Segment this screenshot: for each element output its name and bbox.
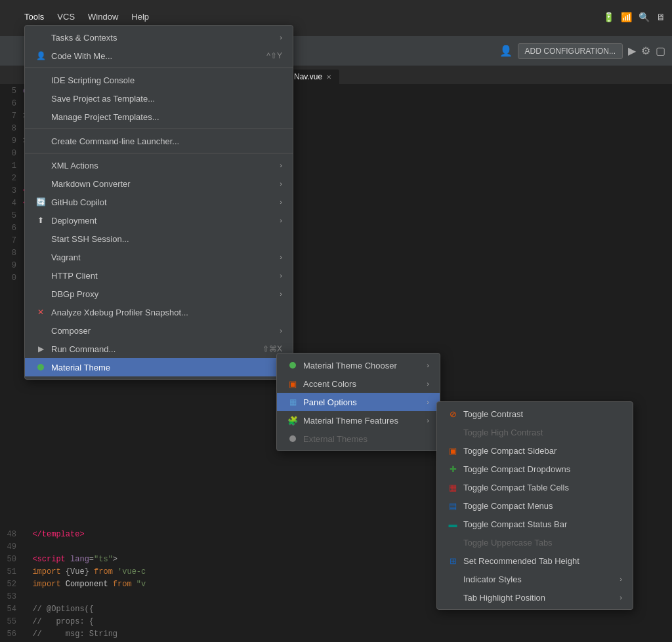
arrow-icon: › xyxy=(427,398,429,406)
uppercase-tabs-icon xyxy=(448,537,458,548)
run-icon[interactable]: ▶ xyxy=(628,45,636,57)
arrow-icon: › xyxy=(620,593,622,601)
code-line: 55 // props: { xyxy=(0,616,672,628)
menu-tools[interactable]: Tools xyxy=(24,12,44,22)
theme-features-icon: 🧩 xyxy=(287,415,298,426)
arrow-icon: › xyxy=(280,290,282,298)
menu-item-toggle-high-contrast: Toggle High Contrast xyxy=(437,423,633,441)
arrow-icon: › xyxy=(280,198,282,206)
arrow-icon: › xyxy=(280,33,282,41)
menu-item-panel-options[interactable]: ▦ Panel Options › xyxy=(277,393,440,411)
menu-item-deployment[interactable]: ⬆ Deployment › xyxy=(25,211,293,230)
menu-item-accent-colors[interactable]: ▣ Accent Colors › xyxy=(277,374,440,393)
menu-item-toggle-contrast[interactable]: ⊘ Toggle Contrast xyxy=(437,405,633,423)
menu-item-theme-chooser[interactable]: Material Theme Chooser › xyxy=(277,356,440,374)
compact-table-cells-icon: ▦ xyxy=(448,482,458,492)
close-tab-icon[interactable]: ✕ xyxy=(326,73,331,81)
menu-item-tasks[interactable]: Tasks & Contexts › xyxy=(25,28,293,47)
tab-height-icon: ⊞ xyxy=(448,555,458,566)
composer-icon xyxy=(35,325,46,336)
wifi-icon: 📶 xyxy=(621,12,632,22)
menu-item-xdebug[interactable]: ✕ Analyze Xdebug Profiler Snapshot... xyxy=(25,303,293,321)
user-icon: 👤 xyxy=(499,45,513,57)
run-icon: ▶ xyxy=(35,344,46,354)
menu-item-set-tab-height[interactable]: ⊞ Set Recommended Tab Height xyxy=(437,552,633,570)
menu-item-toggle-uppercase-tabs: Toggle Uppercase Tabs xyxy=(437,533,633,552)
panel-options-icon: ▦ xyxy=(287,397,298,407)
arrow-icon: › xyxy=(280,180,282,188)
menu-item-copilot[interactable]: 🔄 GitHub Copilot › xyxy=(25,193,293,211)
arrow-icon: › xyxy=(280,253,282,261)
external-themes-icon xyxy=(287,433,298,444)
menu-item-toggle-compact-status-bar[interactable]: ▬ Toggle Compact Status Bar xyxy=(437,515,633,533)
tab-highlight-icon xyxy=(448,592,458,603)
menu-item-toggle-compact-menus[interactable]: ▤ Toggle Compact Menus xyxy=(437,496,633,515)
menu-window[interactable]: Window xyxy=(88,12,118,22)
accent-colors-icon: ▣ xyxy=(287,378,298,389)
http-icon xyxy=(35,270,46,281)
save-icon xyxy=(35,93,46,104)
share-icon: 🖥 xyxy=(656,12,665,22)
compact-status-bar-icon: ▬ xyxy=(448,519,458,529)
menu-item-toggle-compact-dropdowns[interactable]: ✚ Toggle Compact Dropdowns xyxy=(437,460,633,478)
menu-item-tab-highlight[interactable]: Tab Highlight Position › xyxy=(437,588,633,607)
material-theme-submenu: Material Theme Chooser › ▣ Accent Colors… xyxy=(276,353,440,451)
menu-item-manage-templates[interactable]: Manage Project Templates... xyxy=(25,108,293,126)
menu-item-toggle-compact-sidebar[interactable]: ▣ Toggle Compact Sidebar xyxy=(437,441,633,460)
menu-help[interactable]: Help xyxy=(131,12,149,22)
menu-vcs[interactable]: VCS xyxy=(57,12,75,22)
menu-item-http[interactable]: HTTP Client › xyxy=(25,266,293,285)
more-icon[interactable]: ▢ xyxy=(656,45,665,57)
menu-item-material-theme[interactable]: Material Theme › xyxy=(25,358,293,376)
panel-options-submenu: ⊘ Toggle Contrast Toggle High Contrast ▣… xyxy=(436,401,633,610)
separator xyxy=(25,129,293,129)
search-icon[interactable]: 🔍 xyxy=(639,12,650,22)
arrow-icon: › xyxy=(427,416,429,424)
code-line: 56 // msg: String xyxy=(0,628,672,641)
xdebug-icon: ✕ xyxy=(35,307,46,317)
toggle-contrast-icon: ⊘ xyxy=(448,409,458,419)
menu-item-xml[interactable]: XML Actions › xyxy=(25,156,293,174)
menu-item-ide-scripting[interactable]: IDE Scripting Console xyxy=(25,71,293,89)
tab-label: Nav.vue xyxy=(294,72,322,81)
xml-icon xyxy=(35,160,46,171)
settings-icon[interactable]: ⚙ xyxy=(641,45,650,57)
dbgp-icon xyxy=(35,289,46,299)
menu-item-markdown[interactable]: Markdown Converter › xyxy=(25,174,293,193)
arrow-icon: › xyxy=(280,271,282,279)
menu-item-codewithme[interactable]: 👤 Code With Me... ^⇧Y xyxy=(25,47,293,65)
menu-item-save-template[interactable]: Save Project as Template... xyxy=(25,89,293,108)
menu-item-external-themes: External Themes xyxy=(277,430,440,448)
top-menubar: Tools VCS Window Help xyxy=(24,12,149,22)
user-icon: 👤 xyxy=(35,50,46,61)
toggle-high-contrast-icon xyxy=(448,427,458,437)
menu-item-cmdline[interactable]: Create Command-line Launcher... xyxy=(25,132,293,150)
arrow-icon: › xyxy=(280,216,282,224)
arrow-icon: › xyxy=(620,575,622,583)
menu-item-ssh[interactable]: Start SSH Session... xyxy=(25,230,293,248)
menu-item-theme-features[interactable]: 🧩 Material Theme Features › xyxy=(277,411,440,430)
cmdline-icon xyxy=(35,136,46,146)
separator xyxy=(25,153,293,153)
copilot-icon: 🔄 xyxy=(35,197,46,207)
system-icons: 🔋 📶 🔍 🖥 xyxy=(603,12,665,22)
add-configuration-button[interactable]: ADD CONFIGURATION... xyxy=(518,43,623,59)
manage-icon xyxy=(35,111,46,122)
arrow-icon: › xyxy=(280,327,282,334)
menu-item-dbgp[interactable]: DBGp Proxy › xyxy=(25,285,293,303)
tasks-icon xyxy=(35,32,46,43)
arrow-icon: › xyxy=(427,361,429,369)
material-theme-icon xyxy=(35,362,46,372)
menu-item-indicator-styles[interactable]: Indicator Styles › xyxy=(437,570,633,588)
menu-item-toggle-compact-table-cells[interactable]: ▦ Toggle Compact Table Cells xyxy=(437,478,633,496)
ssh-icon xyxy=(35,233,46,244)
arrow-icon: › xyxy=(280,161,282,169)
compact-sidebar-icon: ▣ xyxy=(448,445,458,456)
markdown-icon xyxy=(35,178,46,189)
menu-item-vagrant[interactable]: Vagrant › xyxy=(25,248,293,266)
chooser-icon xyxy=(287,360,298,371)
menu-item-run-command[interactable]: ▶ Run Command... ⇧⌘X xyxy=(25,340,293,358)
menu-item-composer[interactable]: Composer › xyxy=(25,321,293,340)
ide-icon xyxy=(35,75,46,85)
vagrant-icon xyxy=(35,252,46,262)
